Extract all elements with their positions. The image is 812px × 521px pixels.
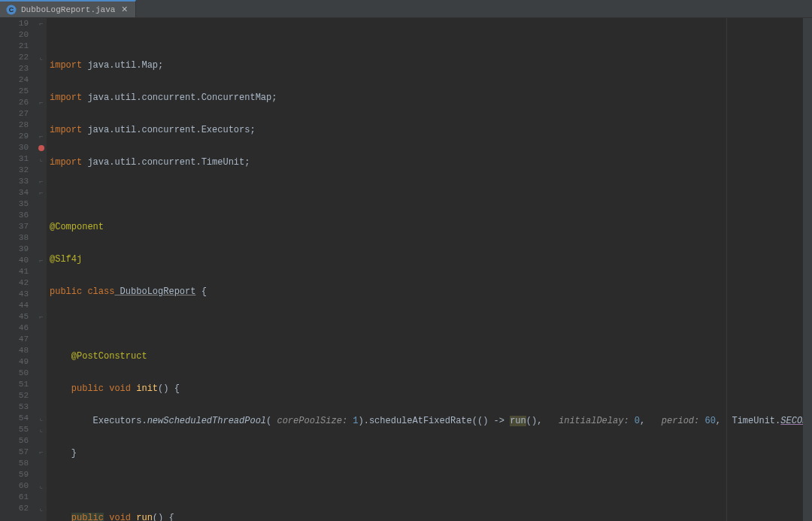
text: () { (158, 383, 180, 394)
gutter-mark: ⌐ (36, 187, 47, 198)
keyword: public void (71, 383, 131, 394)
line-number: 30 (0, 142, 29, 153)
line-number: 55 (0, 424, 29, 435)
line-number: 38 (0, 232, 29, 244)
line-number: 42 (0, 277, 29, 289)
fold-icon[interactable]: ⌐ (39, 178, 43, 186)
line-number: 25 (0, 86, 29, 97)
error-stripe[interactable] (803, 18, 812, 521)
gutter-mark: ⌞ (36, 503, 47, 514)
line-number: 50 (0, 368, 29, 379)
gutter-mark (36, 244, 47, 255)
line-number: 43 (0, 289, 29, 300)
gutter-mark (36, 368, 47, 379)
method-name: run (131, 513, 153, 521)
line-number: 22 (0, 52, 29, 63)
gutter-marks: ⌐⌞⌐⌐⌞⌐⌐⌐⌐⌞⌞⌐⌞⌞ (36, 18, 47, 521)
gutter-mark (36, 41, 47, 52)
text: (() -> (472, 416, 510, 426)
close-icon[interactable]: × (120, 5, 129, 15)
fold-icon[interactable]: ⌞ (39, 155, 43, 163)
fold-icon[interactable]: ⌞ (39, 53, 43, 62)
gutter-mark: ⌞ (36, 413, 47, 424)
breakpoint-icon[interactable] (38, 145, 44, 151)
number: 0 (629, 416, 640, 426)
line-number: 20 (0, 29, 29, 41)
line-number: 34 (0, 187, 29, 198)
gutter-mark (36, 210, 47, 221)
fold-icon[interactable]: ⌐ (39, 99, 43, 107)
fold-icon[interactable]: ⌐ (39, 449, 43, 456)
gutter-mark (36, 390, 47, 401)
gutter-mark (36, 469, 47, 480)
java-class-icon: C (6, 5, 17, 15)
fold-icon[interactable]: ⌞ (39, 504, 43, 513)
fold-icon[interactable]: ⌐ (39, 20, 43, 28)
gutter-mark (36, 334, 47, 345)
fold-icon[interactable]: ⌐ (39, 189, 43, 197)
gutter-mark (36, 379, 47, 390)
gutter-mark (36, 142, 47, 153)
line-number: 44 (0, 300, 29, 311)
class-name: DubboLogReport (114, 286, 195, 297)
keyword: import (50, 60, 82, 71)
number: 1 (347, 416, 358, 426)
line-number: 28 (0, 120, 29, 131)
line-number: 33 (0, 176, 29, 187)
text: ). (359, 416, 369, 426)
highlighted-call: run (510, 416, 526, 426)
line-number: 54 (0, 413, 29, 424)
line-number: 62 (0, 503, 29, 514)
line-number: 58 (0, 458, 29, 469)
fold-icon[interactable]: ⌞ (39, 414, 43, 423)
code-editor[interactable]: 1920212223242526272829303132333435363738… (0, 18, 812, 521)
line-number: 26 (0, 97, 29, 108)
gutter-mark (36, 401, 47, 413)
gutter-mark (36, 435, 47, 447)
editor-tab[interactable]: C DubboLogReport.java × (0, 0, 136, 17)
gutter-mark (36, 266, 47, 277)
line-number: 39 (0, 244, 29, 255)
gutter-mark (36, 356, 47, 368)
line-number: 31 (0, 153, 29, 165)
brace: } (71, 448, 77, 459)
keyword: public (71, 513, 104, 521)
gutter-mark: ⌐ (36, 311, 47, 323)
fold-icon[interactable]: ⌞ (39, 482, 43, 490)
keyword: import (50, 157, 82, 168)
import-path: java.util.concurrent.Executors; (87, 125, 255, 135)
line-number: 36 (0, 210, 29, 221)
fold-icon[interactable]: ⌞ (39, 426, 43, 434)
svg-text:C: C (9, 6, 14, 14)
tab-filename: DubboLogReport.java (21, 5, 115, 14)
keyword: void (104, 513, 131, 521)
line-number: 24 (0, 74, 29, 86)
param-hint: corePoolSize: (277, 416, 347, 426)
static-field: SECONDS (780, 416, 803, 426)
line-number: 23 (0, 63, 29, 74)
fold-icon[interactable]: ⌐ (39, 133, 43, 141)
line-number: 40 (0, 255, 29, 266)
annotation: @PostConstruct (71, 351, 147, 362)
gutter-mark (36, 345, 47, 356)
line-number: 27 (0, 108, 29, 120)
gutter-mark: ⌐ (36, 255, 47, 266)
import-path: java.util.Map; (87, 60, 163, 71)
keyword: public class (50, 286, 114, 297)
gutter-mark (36, 165, 47, 176)
import-path: java.util.concurrent.TimeUnit; (87, 157, 250, 168)
gutter-mark (36, 221, 47, 232)
text: Executors. (93, 416, 147, 426)
line-number: 35 (0, 198, 29, 210)
code-area[interactable]: import java.util.Map; import java.util.c… (47, 18, 803, 521)
gutter-mark (36, 289, 47, 300)
fold-icon[interactable]: ⌐ (39, 314, 43, 321)
text: ( (266, 416, 277, 426)
text: () { (153, 513, 174, 521)
gutter-mark: ⌞ (36, 52, 47, 63)
gutter-mark (36, 120, 47, 131)
fold-icon[interactable]: ⌐ (39, 257, 43, 265)
tab-bar: C DubboLogReport.java × (0, 0, 812, 18)
text: scheduleAtFixedRate (369, 416, 472, 426)
line-number: 51 (0, 379, 29, 390)
